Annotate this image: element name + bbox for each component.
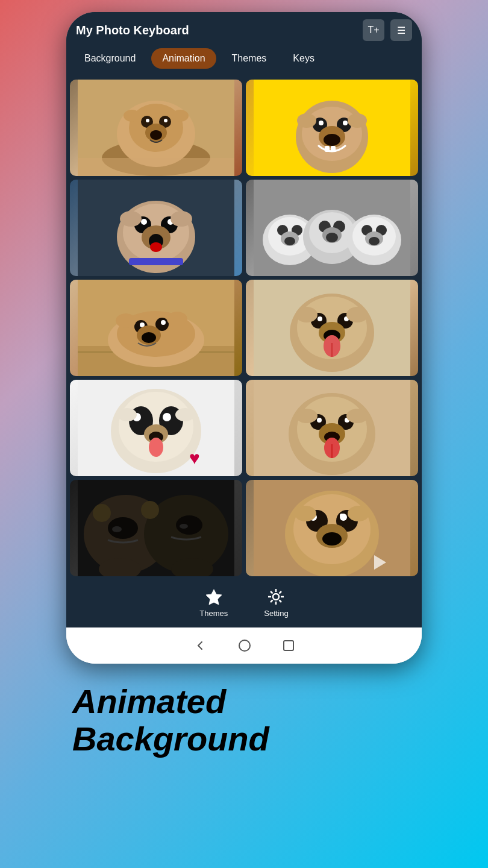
tab-keys[interactable]: Keys bbox=[282, 48, 325, 69]
svg-point-112 bbox=[346, 409, 368, 423]
svg-point-147 bbox=[239, 640, 250, 651]
grid-item-3[interactable] bbox=[70, 180, 242, 276]
svg-point-9 bbox=[150, 130, 162, 140]
menu-icon: ☰ bbox=[397, 25, 405, 36]
svg-point-52 bbox=[326, 233, 338, 242]
grid-item-5[interactable] bbox=[70, 280, 242, 376]
svg-line-145 bbox=[280, 591, 282, 594]
phone-wrapper: My Photo Keyboard T+ ☰ Background Animat… bbox=[66, 12, 422, 664]
svg-point-7 bbox=[164, 119, 167, 122]
svg-point-69 bbox=[142, 332, 156, 343]
nav-setting-label: Setting bbox=[264, 609, 288, 618]
app-header: My Photo Keyboard T+ ☰ bbox=[66, 12, 422, 48]
grid-item-8[interactable] bbox=[246, 380, 418, 476]
svg-point-77 bbox=[318, 316, 322, 321]
svg-point-67 bbox=[161, 320, 166, 325]
recent-button[interactable] bbox=[282, 639, 295, 652]
home-button[interactable] bbox=[237, 638, 252, 653]
svg-point-111 bbox=[296, 409, 318, 423]
image-grid: ♥ bbox=[66, 76, 422, 580]
svg-point-119 bbox=[180, 524, 188, 529]
grid-item-7[interactable]: ♥ bbox=[70, 380, 242, 476]
svg-rect-12 bbox=[78, 158, 234, 176]
nav-item-themes[interactable]: Themes bbox=[199, 587, 228, 618]
tab-themes[interactable]: Themes bbox=[221, 48, 278, 69]
settings-icon bbox=[266, 587, 286, 606]
svg-point-134 bbox=[322, 532, 342, 546]
grid-item-6[interactable] bbox=[246, 280, 418, 376]
svg-point-105 bbox=[317, 418, 322, 423]
back-button[interactable] bbox=[193, 638, 207, 653]
nav-item-setting[interactable]: Setting bbox=[264, 587, 288, 618]
svg-point-35 bbox=[150, 242, 162, 252]
svg-point-19 bbox=[343, 121, 348, 125]
svg-point-136 bbox=[348, 506, 369, 521]
grid-item-2[interactable] bbox=[246, 80, 418, 176]
phone-bottom-bar bbox=[66, 627, 422, 664]
svg-point-18 bbox=[319, 121, 324, 125]
svg-point-99 bbox=[175, 408, 195, 421]
svg-line-143 bbox=[271, 591, 273, 594]
svg-rect-38 bbox=[129, 258, 183, 265]
svg-point-24 bbox=[297, 113, 316, 128]
header-icons: T+ ☰ bbox=[363, 19, 412, 41]
svg-point-138 bbox=[273, 594, 279, 600]
svg-point-93 bbox=[163, 414, 167, 418]
tab-bar: Background Animation Themes Keys bbox=[66, 48, 422, 76]
grid-item-4[interactable] bbox=[246, 180, 418, 276]
svg-point-98 bbox=[117, 408, 137, 421]
grid-item-10[interactable] bbox=[246, 480, 418, 576]
svg-point-21 bbox=[324, 134, 340, 146]
svg-point-11 bbox=[172, 110, 189, 122]
grid-item-1[interactable] bbox=[70, 80, 242, 176]
svg-point-132 bbox=[340, 514, 343, 517]
nav-themes-label: Themes bbox=[199, 609, 228, 618]
animated-bg-text: Animated Background bbox=[66, 683, 422, 757]
grid-item-9[interactable] bbox=[70, 480, 242, 576]
svg-rect-22 bbox=[325, 146, 330, 152]
svg-point-118 bbox=[176, 515, 202, 535]
svg-point-58 bbox=[369, 237, 380, 245]
svg-rect-148 bbox=[284, 641, 293, 650]
svg-point-83 bbox=[296, 307, 318, 322]
svg-point-6 bbox=[146, 119, 149, 122]
svg-point-116 bbox=[108, 517, 138, 539]
svg-point-84 bbox=[346, 307, 368, 322]
svg-point-31 bbox=[141, 219, 147, 225]
app-title: My Photo Keyboard bbox=[76, 24, 189, 37]
svg-point-71 bbox=[167, 312, 187, 326]
phone-screen: My Photo Keyboard T+ ☰ Background Animat… bbox=[66, 12, 422, 627]
svg-point-10 bbox=[124, 110, 140, 122]
tab-background[interactable]: Background bbox=[74, 48, 146, 69]
themes-icon bbox=[204, 587, 224, 606]
svg-point-25 bbox=[348, 113, 367, 128]
menu-button[interactable]: ☰ bbox=[390, 19, 412, 41]
svg-point-36 bbox=[120, 211, 142, 227]
svg-marker-137 bbox=[206, 590, 222, 605]
svg-point-117 bbox=[112, 526, 122, 532]
svg-line-146 bbox=[271, 600, 273, 603]
font-icon: T+ bbox=[368, 25, 379, 36]
svg-point-96 bbox=[149, 438, 163, 457]
svg-point-46 bbox=[284, 237, 295, 245]
svg-text:♥: ♥ bbox=[189, 448, 200, 468]
font-button[interactable]: T+ bbox=[363, 19, 384, 41]
svg-line-144 bbox=[280, 600, 282, 603]
svg-rect-23 bbox=[331, 146, 336, 152]
tab-animation[interactable]: Animation bbox=[151, 48, 216, 69]
svg-point-37 bbox=[170, 211, 192, 227]
svg-point-135 bbox=[295, 506, 316, 521]
svg-point-120 bbox=[93, 504, 111, 522]
bottom-nav: Themes bbox=[66, 580, 422, 627]
svg-point-70 bbox=[116, 313, 136, 328]
svg-point-121 bbox=[141, 501, 159, 519]
